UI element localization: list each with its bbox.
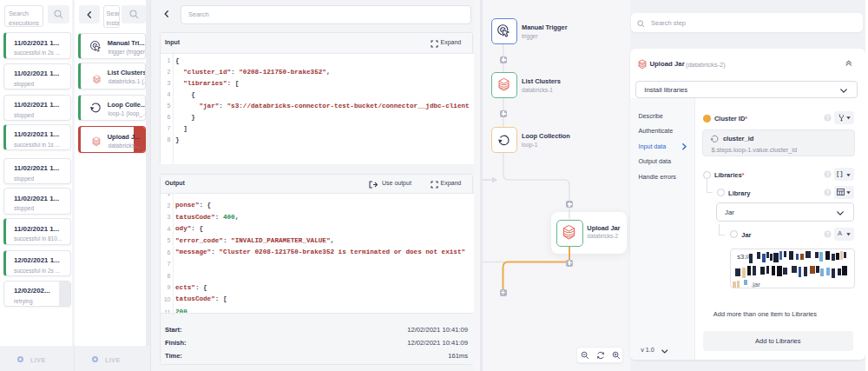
svg-text:?: ? — [826, 231, 830, 237]
svg-text:?: ? — [826, 115, 830, 121]
svg-text:?: ? — [826, 171, 830, 177]
svg-text:?: ? — [826, 189, 830, 195]
